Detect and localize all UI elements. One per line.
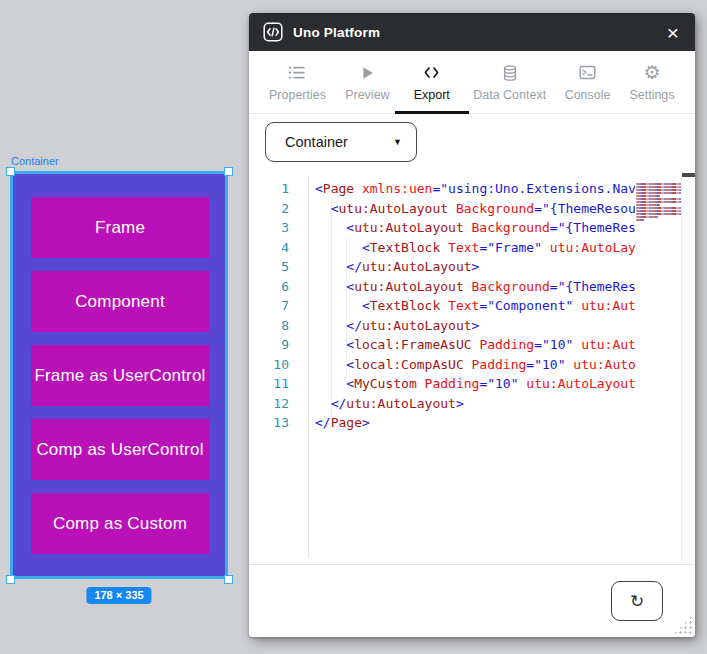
canvas-button-comp-as-usercontrol[interactable]: Comp as UserControl [31,419,209,480]
refresh-button[interactable]: ↻ [611,581,663,621]
selection-handle-top-right[interactable] [224,167,233,176]
canvas-button-frame-as-usercontrol[interactable]: Frame as UserControl [31,345,209,406]
tab-label: Preview [345,88,389,102]
code-line: <utu:AutoLayout Background="{ThemeResou [315,199,635,219]
canvas-button-frame[interactable]: Frame [31,197,209,258]
line-number: 1 [255,179,289,199]
line-number: 6 [255,277,289,297]
window-titlebar[interactable]: Uno Platform × [249,13,695,51]
refresh-icon: ↻ [630,591,644,611]
line-number: 5 [255,257,289,277]
line-number: 3 [255,218,289,238]
gutter-separator [308,176,309,558]
window-title: Uno Platform [293,25,665,40]
code-content[interactable]: <Page xmlns:uen="using:Uno.Extensions.Na… [315,179,635,439]
size-badge: 178 × 335 [86,587,151,604]
selection-handle-bottom-right[interactable] [224,575,233,584]
code-editor[interactable]: 12345678910111213 <Page xmlns:uen="using… [249,173,695,564]
code-line: <utu:AutoLayout Background="{ThemeRes [315,218,635,238]
vertical-scrollbar[interactable] [681,173,695,564]
tab-label: Settings [629,88,674,102]
tab-bar: PropertiesPreviewExportData ContextConso… [249,51,695,114]
code-line: <Page xmlns:uen="using:Uno.Extensions.Na… [315,179,635,199]
tab-data-context[interactable]: Data Context [469,51,550,113]
line-number: 9 [255,335,289,355]
selection-handle-bottom-left[interactable] [6,575,15,584]
tab-label: Export [414,88,450,102]
line-number: 11 [255,374,289,394]
code-line: </utu:AutoLayout> [315,316,635,336]
tab-label: Console [565,88,611,102]
code-line: <TextBlock Text="Frame" utu:AutoLay [315,238,635,258]
line-number: 10 [255,355,289,375]
uno-platform-logo-icon [263,22,283,42]
line-number: 4 [255,238,289,258]
preview-icon [358,63,376,83]
code-line: <utu:AutoLayout Background="{ThemeRes [315,277,635,297]
code-line: <MyCustom Padding="10" utu:AutoLayout [315,374,635,394]
tab-preview[interactable]: Preview [340,51,394,113]
minimap[interactable] [636,183,684,222]
tab-label: Data Context [473,88,546,102]
code-line: </utu:AutoLayout> [315,257,635,277]
tab-console[interactable]: Console [561,51,615,113]
line-number-gutter: 12345678910111213 [255,179,289,433]
element-selector-dropdown[interactable]: Container ▼ [265,122,417,162]
chevron-down-icon: ▼ [393,137,402,147]
export-icon [422,63,441,83]
line-number: 12 [255,394,289,414]
code-line: <local:CompAsUC Padding="10" utu:AutoL [315,355,635,375]
close-icon[interactable]: × [665,22,681,43]
tab-settings[interactable]: ⚙Settings [625,51,679,113]
line-number: 7 [255,296,289,316]
settings-icon: ⚙ [643,63,660,83]
tab-properties[interactable]: Properties [265,51,330,113]
uno-platform-window: Uno Platform × PropertiesPreviewExportDa… [249,13,695,637]
selection-handle-top-left[interactable] [6,167,15,176]
line-number: 2 [255,199,289,219]
console-icon [578,63,597,83]
element-selector-value: Container [285,134,393,150]
resize-grip[interactable] [673,615,693,635]
code-line: <local:FrameAsUC Padding="10" utu:Aut [315,335,635,355]
line-number: 13 [255,413,289,433]
container-element[interactable]: FrameComponentFrame as UserControlComp a… [10,171,228,579]
canvas-button-comp-as-custom[interactable]: Comp as Custom [31,493,209,554]
properties-icon [287,63,307,83]
selection-label: Container [11,155,59,167]
code-line: </Page> [315,413,635,433]
code-line: </utu:AutoLayout> [315,394,635,414]
tab-export[interactable]: Export [405,51,459,113]
data-context-icon [501,63,519,83]
canvas-button-component[interactable]: Component [31,271,209,332]
scrollbar-thumb[interactable] [682,173,695,177]
code-line: <TextBlock Text="Component" utu:Aut [315,296,635,316]
line-number: 8 [255,316,289,336]
tab-label: Properties [269,88,326,102]
window-footer: ↻ [249,564,695,637]
